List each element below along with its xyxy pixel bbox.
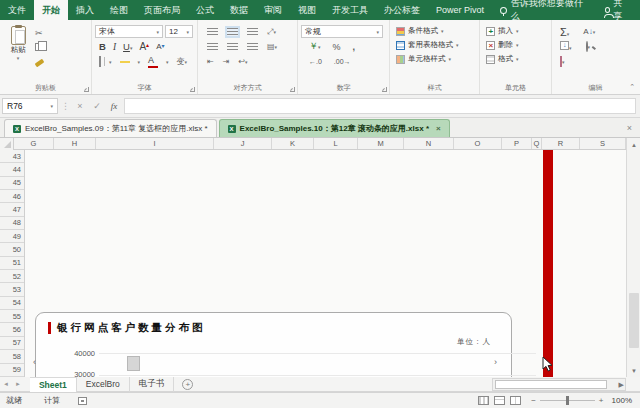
menu-tab-页面布局[interactable]: 页面布局: [136, 0, 188, 20]
column-header-R[interactable]: R: [542, 138, 580, 149]
collapse-ribbon-icon[interactable]: ⌃: [629, 83, 635, 91]
grow-font-button[interactable]: A▴: [139, 41, 149, 52]
horizontal-scrollbar[interactable]: ▶: [492, 378, 626, 391]
share-button[interactable]: 共享: [595, 0, 640, 20]
column-header-O[interactable]: O: [454, 138, 502, 149]
menu-tab-开发工具[interactable]: 开发工具: [324, 0, 376, 20]
macro-record-icon[interactable]: [78, 397, 87, 405]
bold-button[interactable]: B: [99, 41, 106, 52]
italic-button[interactable]: I: [113, 41, 116, 52]
chart-scrollbar-thumb[interactable]: [127, 356, 140, 371]
font-dialog-launcher[interactable]: [190, 87, 195, 92]
clear-button[interactable]: ▾: [560, 57, 565, 66]
row-header-46[interactable]: 46: [0, 190, 24, 203]
normal-view-icon[interactable]: [478, 396, 489, 405]
wrap-text-button[interactable]: ↩▾: [238, 57, 247, 66]
document-tab-2[interactable]: XExcelBro_Samples.10：第12章 滚动条的应用.xlsx *×: [219, 119, 450, 137]
row-header-50[interactable]: 50: [0, 243, 24, 256]
bar-chart[interactable]: 银行网点客户数量分布图 单位：人 01000020000300004000054…: [35, 312, 512, 377]
column-header-S[interactable]: S: [580, 138, 626, 149]
menu-tab-文件[interactable]: 文件: [0, 0, 34, 20]
page-break-view-icon[interactable]: [510, 396, 521, 405]
vertical-scrollbar[interactable]: ▲ ▼: [626, 138, 640, 377]
insert-cells-button[interactable]: 插入▾: [486, 24, 548, 38]
cut-button[interactable]: ✂: [35, 27, 88, 39]
paste-button[interactable]: 粘贴 ▾: [3, 24, 33, 61]
row-header-57[interactable]: 57: [0, 337, 24, 350]
horizontal-scrollbar-thumb[interactable]: [495, 380, 607, 389]
menu-tab-开始[interactable]: 开始: [34, 0, 68, 20]
enter-icon[interactable]: ✓: [90, 101, 104, 111]
row-header-45[interactable]: 45: [0, 177, 24, 190]
insert-function-icon[interactable]: fx: [107, 101, 121, 111]
sort-filter-button[interactable]: A↓▾: [583, 27, 595, 36]
close-tab-icon[interactable]: ×: [436, 124, 441, 133]
align-left-button[interactable]: [207, 43, 218, 51]
font-size-combo[interactable]: 12▾: [165, 25, 193, 38]
tell-me-search[interactable]: 告诉我你想要做什么: [492, 0, 595, 20]
merge-center-button[interactable]: ▤▾: [267, 42, 277, 51]
fill-color-button[interactable]: [120, 60, 130, 63]
column-header-G[interactable]: G: [14, 138, 54, 149]
borders-button[interactable]: [99, 57, 101, 66]
new-sheet-button[interactable]: +: [182, 379, 193, 390]
shrink-font-button[interactable]: A▾: [156, 42, 164, 51]
scroll-down-icon[interactable]: ▼: [627, 364, 640, 377]
row-header-43[interactable]: 43: [0, 150, 24, 163]
calculate-status[interactable]: 计算: [44, 395, 60, 406]
alignment-dialog-launcher[interactable]: [290, 87, 295, 92]
cell-styles-button[interactable]: 单元格样式▾: [396, 52, 476, 66]
scroll-right-icon[interactable]: ▶: [619, 381, 624, 389]
align-bottom-button[interactable]: [247, 28, 258, 36]
menu-tab-Power Pivot[interactable]: Power Pivot: [428, 0, 492, 20]
row-header-51[interactable]: 51: [0, 257, 24, 270]
worksheet[interactable]: GHIJKLMNOPQRS 43444546474849505152535455…: [0, 138, 626, 377]
format-painter-button[interactable]: [35, 55, 88, 67]
menu-tab-审阅[interactable]: 审阅: [256, 0, 290, 20]
column-header-J[interactable]: J: [214, 138, 272, 149]
phonetic-button[interactable]: 变▾: [177, 56, 188, 67]
align-middle-button[interactable]: [227, 28, 238, 36]
menu-tab-数据[interactable]: 数据: [222, 0, 256, 20]
align-right-button[interactable]: [247, 43, 258, 51]
font-name-combo[interactable]: 宋体▾: [95, 25, 163, 38]
increase-decimal-button[interactable]: ←.0: [309, 58, 322, 65]
sheet-tab-ExcelBro[interactable]: ExcelBro: [77, 377, 130, 392]
accounting-format-button[interactable]: ￥▾: [309, 40, 321, 53]
row-header-52[interactable]: 52: [0, 270, 24, 283]
sheet-tab-Sheet1[interactable]: Sheet1: [30, 377, 77, 392]
row-header-44[interactable]: 44: [0, 163, 24, 176]
page-layout-view-icon[interactable]: [494, 396, 505, 405]
name-box[interactable]: R76▾: [2, 98, 58, 114]
row-header-54[interactable]: 54: [0, 297, 24, 310]
row-header-55[interactable]: 55: [0, 310, 24, 323]
find-select-button[interactable]: ▾: [586, 42, 591, 51]
autosum-button[interactable]: Σ▾: [560, 26, 569, 38]
clipboard-dialog-launcher[interactable]: [84, 87, 89, 92]
formula-input[interactable]: [124, 98, 636, 114]
chart-scrollbar-right-arrow[interactable]: ›: [494, 357, 497, 367]
sheet-tab-电子书[interactable]: 电子书: [130, 377, 175, 392]
fill-button[interactable]: ▾: [560, 41, 572, 52]
underline-button[interactable]: U▾: [123, 41, 132, 52]
row-header-58[interactable]: 58: [0, 350, 24, 363]
decrease-decimal-button[interactable]: .00→: [334, 58, 351, 65]
zoom-level[interactable]: 100%: [612, 396, 632, 405]
column-header-L[interactable]: L: [314, 138, 358, 149]
cancel-icon[interactable]: ×: [73, 101, 87, 111]
row-header-53[interactable]: 53: [0, 283, 24, 296]
zoom-out-icon[interactable]: −: [531, 396, 536, 405]
row-header-48[interactable]: 48: [0, 217, 24, 230]
menu-tab-办公标签[interactable]: 办公标签: [376, 0, 428, 20]
tab-bar-close-icon[interactable]: ×: [627, 123, 632, 133]
copy-button[interactable]: ▾: [35, 41, 88, 53]
column-header-M[interactable]: M: [358, 138, 404, 149]
number-format-combo[interactable]: 常规▾: [301, 25, 383, 38]
tab-nav-left-icon[interactable]: ◄: [0, 381, 12, 387]
column-header-H[interactable]: H: [54, 138, 96, 149]
select-all-corner[interactable]: [0, 138, 14, 150]
vertical-scrollbar-thumb[interactable]: [629, 293, 639, 348]
zoom-slider[interactable]: [540, 400, 595, 401]
tab-nav-right-icon[interactable]: ►: [12, 381, 24, 387]
format-as-table-button[interactable]: 套用表格格式▾: [396, 38, 476, 52]
